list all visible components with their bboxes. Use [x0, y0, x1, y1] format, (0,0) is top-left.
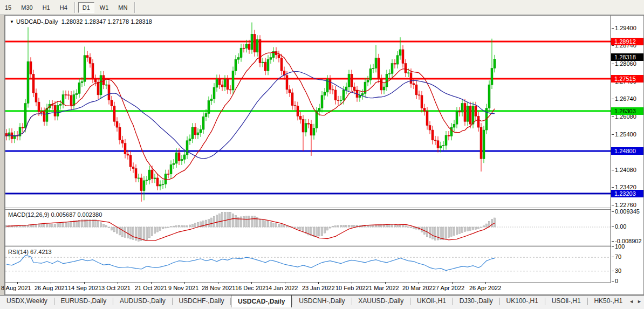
macd-histogram-bar	[195, 223, 196, 227]
pane-separator[interactable]	[5, 208, 644, 210]
macd-histogram-bar	[354, 225, 355, 227]
macd-histogram-bar	[319, 227, 320, 236]
date-label: 14 Sep 2021	[68, 285, 101, 291]
candle-body	[132, 167, 134, 168]
candle-body	[205, 113, 207, 116]
candle-body	[289, 90, 291, 93]
macd-histogram-bar	[192, 224, 194, 227]
date-tick	[452, 282, 453, 284]
macd-histogram-bar	[41, 224, 43, 227]
candle-body	[127, 154, 129, 155]
macd-histogram-bar	[208, 219, 210, 227]
chart-title: ▼USDCAD-,Daily 1.28032 1.28347 1.27178 1…	[10, 18, 152, 25]
candle-body	[386, 74, 388, 87]
date-label: 9 Nov 2021	[168, 285, 198, 291]
candle-body	[461, 104, 463, 112]
timeframe-button-W1[interactable]: W1	[95, 2, 113, 13]
candle-body	[213, 87, 215, 99]
macd-histogram-bar	[25, 225, 26, 227]
macd-histogram-bar	[203, 221, 204, 227]
macd-histogram-bar	[294, 227, 296, 228]
macd-histogram-bar	[52, 224, 53, 227]
tab-xauusd-daily[interactable]: XAUUSD-,Daily	[352, 296, 410, 307]
candle-body	[105, 85, 107, 85]
candle-body	[337, 100, 339, 101]
macd-histogram-bar	[187, 226, 188, 227]
tab-usdchf-daily[interactable]: USDCHF-,Daily	[172, 296, 230, 307]
candle-body	[351, 74, 353, 87]
macd-histogram-bar	[60, 223, 61, 227]
candle-body	[191, 127, 194, 139]
candle-body	[175, 153, 177, 163]
candle-body	[431, 130, 434, 140]
price-chart-canvas[interactable]	[5, 16, 611, 294]
macd-histogram-bar	[340, 225, 342, 227]
candle-body	[65, 95, 67, 95]
date-tick	[385, 282, 386, 284]
candle-body	[305, 123, 307, 132]
candle-body	[113, 106, 115, 122]
candle-body	[372, 68, 374, 68]
tab-usoil-h1[interactable]: USOil-,H1	[545, 296, 587, 307]
pane-separator	[5, 282, 644, 283]
date-label: 26 Apr 2022	[469, 285, 501, 291]
level-line[interactable]	[5, 41, 611, 43]
tab-eurusd-daily[interactable]: EURUSD-,Daily	[54, 296, 113, 307]
macd-histogram-bar	[303, 227, 304, 232]
date-axis[interactable]: 8 Aug 202126 Aug 202114 Sep 20213 Oct 20…	[0, 283, 644, 294]
date-tick	[419, 282, 419, 284]
macd-histogram-bar	[219, 214, 221, 227]
candle-body	[78, 83, 80, 93]
macd-histogram-bar	[343, 225, 345, 227]
timeframe-button-M30[interactable]: M30	[17, 2, 37, 13]
candle-body	[480, 127, 482, 159]
tab-dj30-daily[interactable]: DJ30-,Daily	[453, 296, 499, 307]
macd-histogram-bar	[135, 227, 137, 241]
timeframe-button-H4[interactable]: H4	[56, 2, 72, 13]
candle-body	[67, 95, 70, 95]
symbol-dropdown-icon[interactable]: ▼	[10, 19, 14, 24]
tab-uk100-h1[interactable]: UK100-,H1	[500, 296, 545, 307]
tab-ukoil-h1[interactable]: UKOil-,H1	[410, 296, 453, 307]
macd-histogram-bar	[184, 225, 186, 227]
candle-body	[405, 64, 407, 73]
candle-body	[256, 39, 258, 52]
macd-histogram-bar	[46, 224, 48, 227]
candle-body	[442, 146, 444, 146]
candle-body	[310, 124, 312, 135]
candle-body	[380, 79, 382, 90]
candle-body	[423, 108, 426, 112]
pane-separator[interactable]	[5, 245, 644, 247]
candle-body	[450, 127, 453, 136]
price-axis[interactable]: 1.294001.287401.280601.274001.267401.260…	[611, 16, 644, 294]
macd-histogram-bar	[481, 227, 482, 228]
tab-usdcnh-daily[interactable]: USDCNH-,Daily	[292, 296, 351, 307]
tab-usdx-weekly[interactable]: USDX,Weekly	[0, 296, 54, 307]
date-label: 7 Apr 2022	[436, 285, 464, 291]
candle-body	[332, 90, 334, 90]
level-line[interactable]	[5, 110, 611, 112]
level-line[interactable]	[5, 193, 611, 194]
timeframe-button-D1[interactable]: D1	[78, 2, 94, 13]
macd-histogram-bar	[446, 227, 447, 238]
tab-scroll-right-icon[interactable]: ►	[637, 299, 642, 304]
timeframe-button-MN[interactable]: MN	[114, 2, 132, 13]
macd-histogram-bar	[165, 227, 167, 228]
date-tick	[285, 282, 285, 284]
candle-body	[59, 104, 61, 105]
candle-body	[119, 127, 121, 140]
candle-body	[70, 95, 72, 106]
tab-audusd-daily[interactable]: AUDUSD-,Daily	[113, 296, 172, 307]
candle-body	[143, 181, 145, 191]
candle-body	[32, 74, 35, 93]
timeframe-button-15[interactable]: 15	[1, 2, 16, 13]
level-line[interactable]	[5, 150, 611, 152]
candle-body	[248, 44, 250, 50]
tab-hk50-h1[interactable]: HK50-,H1	[587, 296, 629, 307]
macd-histogram-bar	[143, 227, 145, 241]
tab-usdcad-daily[interactable]: USDCAD-,Daily	[231, 295, 292, 307]
candle-body	[458, 111, 461, 112]
timeframe-button-H1[interactable]: H1	[38, 2, 54, 13]
tab-scroll-left-icon[interactable]: ◄	[629, 299, 634, 304]
candle-body	[76, 93, 78, 94]
